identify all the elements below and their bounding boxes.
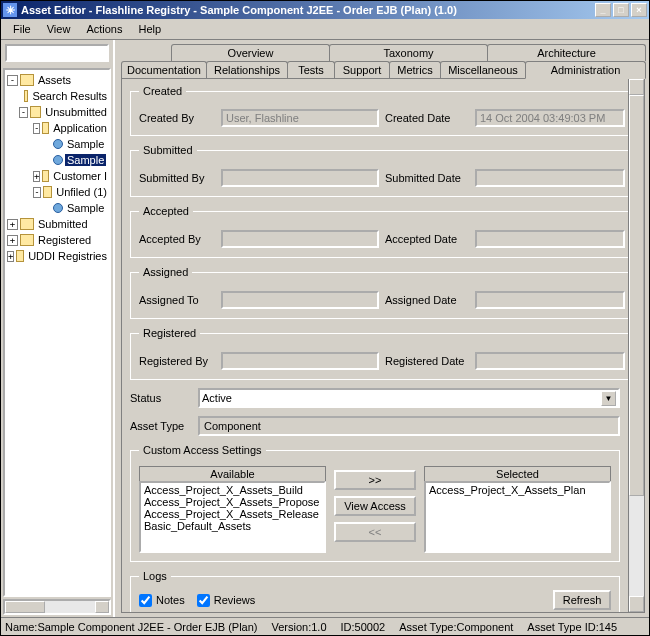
accepted-by-field: [221, 230, 379, 248]
group-assigned: Assigned Assigned To Assigned Date Assig…: [130, 266, 645, 319]
menu-actions[interactable]: Actions: [78, 21, 130, 37]
notes-checkbox-wrap[interactable]: Notes: [139, 594, 185, 607]
status-id: ID:50002: [341, 621, 386, 633]
window-title: Asset Editor - Flashline Registry - Samp…: [21, 4, 593, 16]
list-item[interactable]: Access_Project_X_Assets_Build: [142, 484, 323, 496]
registered-date-field: [475, 352, 625, 370]
maximize-button[interactable]: □: [613, 3, 629, 17]
tree-node-customer[interactable]: +Customer I: [5, 168, 109, 184]
sidebar: -Assets Search Results -Unsubmitted -App…: [1, 40, 115, 617]
legend-created: Created: [139, 85, 186, 97]
status-dropdown[interactable]: Active▼: [198, 388, 620, 408]
label-submitted-by: Submitted By: [139, 172, 215, 184]
main-panel: Overview Taxonomy Architecture Documenta…: [115, 40, 649, 617]
tree-node-assets[interactable]: -Assets: [5, 72, 109, 88]
label-accepted-date: Accepted Date: [385, 233, 469, 245]
assigned-date-field: [475, 291, 625, 309]
created-by-field: [221, 109, 379, 127]
legend-accepted: Accepted: [139, 205, 193, 217]
list-item[interactable]: Access_Project_X_Assets_Release: [142, 508, 323, 520]
tab-tests[interactable]: Tests: [287, 61, 335, 79]
selected-listbox[interactable]: Access_Project_X_Assets_Plan: [424, 481, 611, 553]
app-icon: ✳: [3, 3, 17, 17]
tab-content-administration: Created Created By Created Date Submitte…: [121, 78, 645, 613]
label-registered-date: Registered Date: [385, 355, 469, 367]
menu-view[interactable]: View: [39, 21, 79, 37]
menu-file[interactable]: File: [5, 21, 39, 37]
tree-node-application[interactable]: -Application: [5, 120, 109, 136]
view-access-button[interactable]: View Access: [334, 496, 416, 516]
titlebar: ✳ Asset Editor - Flashline Registry - Sa…: [1, 1, 649, 19]
group-logs: Logs Notes Reviews Refresh: [130, 570, 620, 613]
available-listbox[interactable]: Access_Project_X_Assets_Build Access_Pro…: [139, 481, 326, 553]
statusbar: Name:Sample Component J2EE - Order EJB (…: [1, 617, 649, 635]
remove-button: <<: [334, 522, 416, 542]
group-submitted: Submitted Submitted By Submitted Date Su…: [130, 144, 645, 197]
tab-documentation[interactable]: Documentation: [121, 61, 207, 79]
group-created: Created Created By Created Date: [130, 85, 634, 136]
status-asset-type-id: Asset Type ID:145: [527, 621, 617, 633]
label-assigned-date: Assigned Date: [385, 294, 469, 306]
tree-node-submitted[interactable]: +Submitted: [5, 216, 109, 232]
status-asset-type: Asset Type:Component: [399, 621, 513, 633]
tree-hscrollbar[interactable]: [3, 599, 111, 615]
accepted-date-field: [475, 230, 625, 248]
tab-metrics[interactable]: Metrics: [389, 61, 441, 79]
legend-cas: Custom Access Settings: [139, 444, 266, 456]
chevron-down-icon[interactable]: ▼: [601, 391, 616, 406]
status-name: Name:Sample Component J2EE - Order EJB (…: [5, 621, 258, 633]
tree-node-uddi[interactable]: +UDDI Registries: [5, 248, 109, 264]
legend-submitted: Submitted: [139, 144, 197, 156]
reviews-checkbox-wrap[interactable]: Reviews: [197, 594, 256, 607]
reviews-checkbox[interactable]: [197, 594, 210, 607]
content-vscrollbar[interactable]: [628, 79, 644, 612]
add-button[interactable]: >>: [334, 470, 416, 490]
close-button[interactable]: ×: [631, 3, 647, 17]
tab-miscellaneous[interactable]: Miscellaneous: [440, 61, 526, 79]
tree-node-unfiled[interactable]: -Unfiled (1): [5, 184, 109, 200]
tree-node-sample3[interactable]: Sample: [5, 200, 109, 216]
menubar: File View Actions Help: [1, 19, 649, 39]
refresh-button[interactable]: Refresh: [553, 590, 611, 610]
search-input[interactable]: [5, 44, 109, 62]
label-status: Status: [130, 392, 190, 404]
tab-architecture[interactable]: Architecture: [487, 44, 646, 61]
label-accepted-by: Accepted By: [139, 233, 215, 245]
available-header: Available: [139, 466, 326, 481]
group-custom-access: Custom Access Settings Available Access_…: [130, 444, 620, 562]
tree-node-search-results[interactable]: Search Results: [5, 88, 109, 104]
asset-tree[interactable]: -Assets Search Results -Unsubmitted -App…: [3, 68, 111, 597]
list-item[interactable]: Access_Project_X_Assets_Plan: [427, 484, 608, 496]
tree-node-sample-selected[interactable]: Sample: [5, 152, 109, 168]
selected-header: Selected: [424, 466, 611, 481]
asset-editor-window: ✳ Asset Editor - Flashline Registry - Sa…: [0, 0, 650, 636]
tab-relationships[interactable]: Relationships: [206, 61, 288, 79]
label-asset-type: Asset Type: [130, 420, 190, 432]
tree-node-sample1[interactable]: Sample: [5, 136, 109, 152]
minimize-button[interactable]: _: [595, 3, 611, 17]
status-version: Version:1.0: [272, 621, 327, 633]
label-registered-by: Registered By: [139, 355, 215, 367]
group-accepted: Accepted Accepted By Accepted Date Accep…: [130, 205, 645, 258]
tab-support[interactable]: Support: [334, 61, 390, 79]
list-item[interactable]: Basic_Default_Assets: [142, 520, 323, 532]
tree-node-unsubmitted[interactable]: -Unsubmitted: [5, 104, 109, 120]
menu-help[interactable]: Help: [130, 21, 169, 37]
notes-checkbox[interactable]: [139, 594, 152, 607]
tab-taxonomy[interactable]: Taxonomy: [329, 44, 488, 61]
label-assigned-to: Assigned To: [139, 294, 215, 306]
legend-assigned: Assigned: [139, 266, 192, 278]
group-registered: Registered Registered By Registered Date…: [130, 327, 645, 380]
asset-type-field: Component: [198, 416, 620, 436]
tree-node-registered[interactable]: +Registered: [5, 232, 109, 248]
label-created-by: Created By: [139, 112, 215, 124]
label-created-date: Created Date: [385, 112, 469, 124]
submitted-by-field: [221, 169, 379, 187]
tab-overview[interactable]: Overview: [171, 44, 330, 61]
tab-administration[interactable]: Administration: [525, 61, 646, 79]
created-date-field: [475, 109, 625, 127]
list-item[interactable]: Access_Project_X_Assets_Propose: [142, 496, 323, 508]
tabs: Overview Taxonomy Architecture Documenta…: [115, 40, 649, 79]
submitted-date-field: [475, 169, 625, 187]
legend-logs: Logs: [139, 570, 171, 582]
